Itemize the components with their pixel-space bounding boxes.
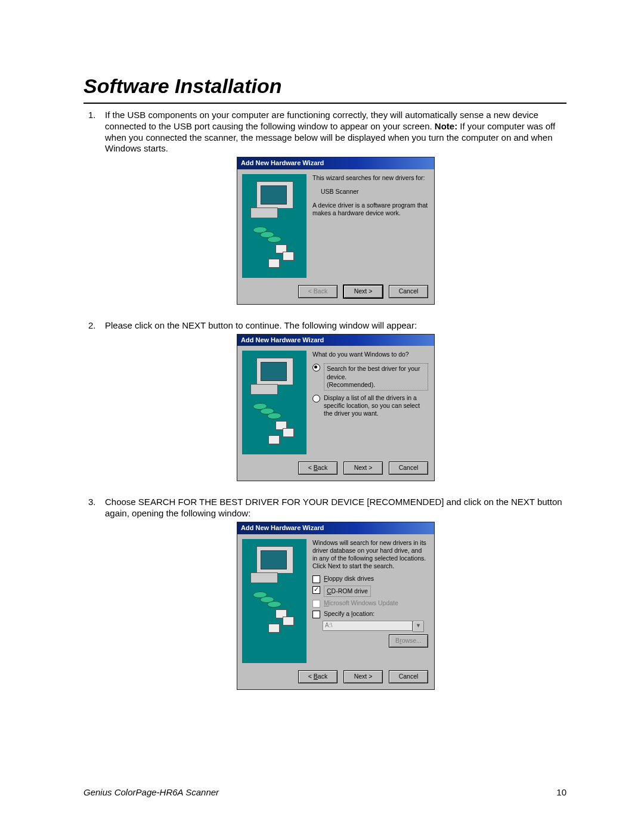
radio1-label-b: (Recommended). <box>327 381 375 388</box>
radio2-label: Display a list of all the drivers in a s… <box>324 394 428 417</box>
wizard-clipart <box>242 174 306 278</box>
back-button[interactable]: < Back <box>298 285 338 298</box>
wizard2-button-row: < Back Next > Cancel <box>237 458 434 481</box>
list-number: 2. <box>88 320 96 332</box>
next-button[interactable]: Next > <box>343 462 383 475</box>
wizard-titlebar: Add New Hardware Wizard <box>237 335 434 346</box>
checkbox-icon <box>312 600 320 608</box>
wizard3-intro: Windows will search for new drivers in i… <box>312 539 428 571</box>
check-floppy[interactable]: Floppy disk drives <box>312 575 428 583</box>
checkbox-icon <box>312 586 320 594</box>
chevron-down-icon[interactable]: ▼ <box>413 621 424 632</box>
list-number: 1. <box>88 110 96 121</box>
cancel-button[interactable]: Cancel <box>389 670 428 683</box>
item1-note-label: Note: <box>435 121 457 131</box>
footer-product: Genius ColorPage-HR6A Scanner <box>83 787 219 797</box>
wizard2-content: What do you want Windows to do? Search f… <box>311 346 434 458</box>
page-footer: Genius ColorPage-HR6A Scanner 10 <box>83 787 566 797</box>
radio-display-list[interactable]: Display a list of all the drivers in a s… <box>312 394 428 417</box>
radio-dot-icon <box>312 364 320 371</box>
browse-button[interactable]: Browse... <box>389 634 428 648</box>
wizard3-button-row: < Back Next > Cancel <box>237 667 434 689</box>
check-specify-location[interactable]: Specify a location: <box>312 610 428 618</box>
wizard-titlebar: Add New Hardware Wizard <box>237 522 434 534</box>
wizard1-content: This wizard searches for new drivers for… <box>311 169 434 281</box>
wizard-clipart <box>242 351 306 454</box>
location-field[interactable]: A:\ <box>323 621 413 631</box>
wizard-dialog-3: Add New Hardware Wizard Windows will sea… <box>237 522 435 690</box>
checkbox-icon <box>312 575 320 583</box>
cancel-button[interactable]: Cancel <box>389 462 428 475</box>
item2-text: Please click on the NEXT button to conti… <box>105 320 417 330</box>
wizard-clipart <box>242 539 306 663</box>
wizard-titlebar: Add New Hardware Wizard <box>237 157 434 169</box>
list-item-3: 3. Choose SEARCH FOR THE BEST DRIVER FOR… <box>83 497 566 689</box>
wizard3-content: Windows will search for new drivers in i… <box>311 534 434 667</box>
wizard1-button-row: < Back Next > Cancel <box>237 281 434 304</box>
check-windows-update[interactable]: Microsoft Windows Update <box>312 599 428 608</box>
list-item-2: 2. Please click on the NEXT button to co… <box>83 320 566 482</box>
location-combo[interactable]: A:\ ▼ <box>323 621 424 632</box>
radio-label-frame: Search for the best driver for your devi… <box>324 363 428 390</box>
heading-rule <box>83 103 566 104</box>
radio-search-best[interactable]: Search for the best driver for your devi… <box>312 363 428 390</box>
back-button[interactable]: < Back <box>298 462 338 475</box>
wizard1-line1: This wizard searches for new drivers for… <box>312 174 428 182</box>
next-button[interactable]: Next > <box>343 285 383 298</box>
wizard1-device: USB Scanner <box>312 182 428 202</box>
item3-text: Choose SEARCH FOR THE BEST DRIVER FOR YO… <box>105 497 562 518</box>
wizard-dialog-1: Add New Hardware Wizard This wizard sear… <box>237 157 435 305</box>
wizard-dialog-2: Add New Hardware Wizard What do you want… <box>237 334 435 482</box>
list-item-1: 1. If the USB components on your compute… <box>83 110 566 305</box>
footer-page-number: 10 <box>556 787 566 797</box>
list-number: 3. <box>88 497 96 508</box>
document-page: Software Installation 1. If the USB comp… <box>0 0 644 833</box>
back-button[interactable]: < Back <box>298 670 338 683</box>
check-cdrom[interactable]: CD-ROM drive <box>312 586 428 597</box>
wizard2-prompt: What do you want Windows to do? <box>312 351 428 358</box>
radio1-label-a: Search for the best driver for your devi… <box>327 365 420 380</box>
radio-dot-icon <box>312 395 320 402</box>
next-button[interactable]: Next > <box>343 670 383 683</box>
cancel-button[interactable]: Cancel <box>389 285 428 298</box>
wizard1-line2: A device driver is a software program th… <box>312 202 428 217</box>
checkbox-icon <box>312 611 320 618</box>
item1-text: If the USB components on your computer a… <box>105 110 555 153</box>
instruction-list: 1. If the USB components on your compute… <box>83 110 566 690</box>
page-heading: Software Installation <box>83 75 566 98</box>
